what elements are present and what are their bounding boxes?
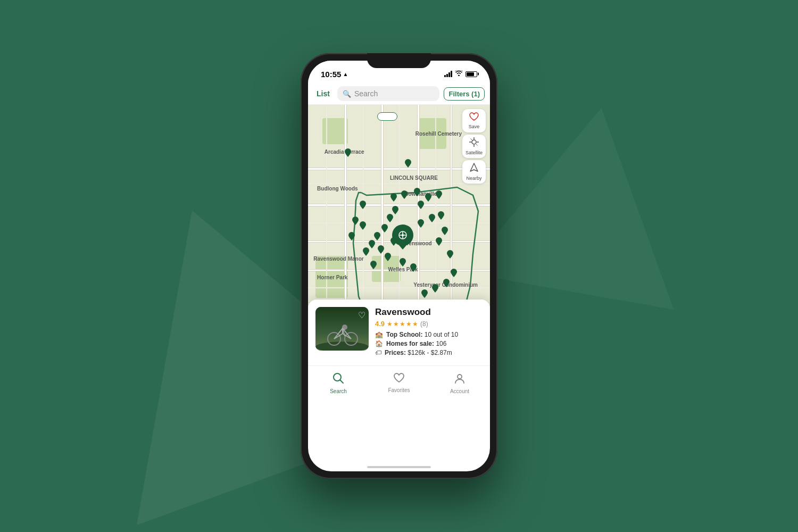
property-pin[interactable]	[451, 269, 457, 275]
property-pin[interactable]	[378, 245, 384, 252]
property-pin[interactable]	[387, 214, 393, 220]
search-glass-icon: 🔍	[343, 90, 351, 98]
nearby-button[interactable]: Nearby	[462, 160, 486, 184]
signal-bars-icon	[444, 71, 452, 77]
bottom-nav: Search Favorites Account	[308, 365, 490, 405]
star-rating: ★ ★ ★ ★ ★	[387, 320, 418, 328]
card-heart-icon[interactable]: ♡	[358, 310, 365, 320]
svg-line-15	[340, 380, 344, 384]
property-pin[interactable]	[421, 289, 428, 296]
park-area-horner	[315, 256, 348, 297]
svg-line-7	[471, 139, 472, 140]
save-label: Save	[469, 124, 480, 129]
neighborhood-card[interactable]: ♡ Ravenswood 4.9 ★ ★ ★ ★ ★ (8)	[308, 300, 490, 365]
property-pin[interactable]	[363, 247, 369, 254]
map-area[interactable]: Arcadia Terrace Budlong Woods Bowmanvill…	[308, 105, 490, 365]
nearby-icon	[470, 163, 478, 174]
screen: 10:55 ▲	[308, 61, 490, 471]
nav-item-account[interactable]: Account	[429, 370, 490, 396]
nav-item-search[interactable]: Search	[308, 370, 369, 396]
property-pin[interactable]	[418, 201, 424, 207]
wifi-icon	[455, 70, 463, 78]
favorites-nav-icon	[393, 372, 405, 386]
property-pin[interactable]	[370, 261, 377, 267]
price-icon: 🏷	[375, 349, 381, 356]
status-time: 10:55 ▲	[321, 70, 348, 79]
property-pin[interactable]	[443, 279, 450, 285]
property-pin[interactable]	[405, 159, 411, 165]
battery-icon	[466, 71, 477, 77]
school-text: Top School: 10 out of 10	[386, 331, 458, 338]
card-content: Ravenswood 4.9 ★ ★ ★ ★ ★ (8) 🏫	[375, 307, 483, 358]
map-controls: Save Satellite	[462, 109, 486, 184]
property-pin[interactable]	[400, 258, 406, 264]
search-nav-label: Search	[330, 388, 347, 394]
property-pin[interactable]	[438, 211, 444, 218]
property-pin[interactable]	[360, 221, 366, 228]
property-pin[interactable]	[390, 193, 397, 200]
phone-notch	[367, 53, 431, 68]
property-pin[interactable]	[401, 190, 408, 197]
property-pin[interactable]	[381, 224, 388, 230]
filters-button[interactable]: Filters (1)	[444, 87, 485, 101]
property-pin[interactable]	[348, 232, 355, 238]
property-pin[interactable]	[436, 190, 442, 197]
account-nav-label: Account	[450, 388, 469, 394]
property-pin[interactable]	[432, 284, 438, 290]
satellite-label: Satellite	[466, 150, 483, 155]
satellite-icon	[469, 137, 479, 149]
search-bar: List 🔍 Search Filters (1)	[308, 83, 490, 105]
status-icons	[444, 70, 477, 78]
school-icon: 🏫	[375, 331, 383, 338]
svg-point-16	[458, 375, 462, 379]
search-input[interactable]: Search	[354, 89, 378, 98]
search-nav-icon	[332, 372, 344, 387]
rating-number: 4.9	[375, 320, 385, 328]
property-pin[interactable]	[392, 206, 398, 212]
property-pin[interactable]	[425, 193, 431, 200]
svg-point-2	[472, 140, 476, 144]
account-nav-icon	[454, 372, 466, 387]
homes-icon: 🏠	[375, 340, 383, 347]
nav-item-favorites[interactable]: Favorites	[369, 370, 429, 396]
property-pin[interactable]	[429, 214, 435, 220]
svg-point-1	[402, 234, 404, 236]
location-arrow-icon: ▲	[343, 71, 348, 77]
card-homes-detail: 🏠 Homes for sale: 106	[375, 340, 483, 347]
property-pin[interactable]	[345, 148, 351, 155]
property-pin[interactable]	[447, 250, 453, 256]
svg-line-8	[476, 144, 478, 146]
home-indicator	[367, 466, 431, 468]
ravenswood-center-pin[interactable]	[392, 225, 413, 246]
property-pin[interactable]	[352, 217, 359, 223]
homes-text: Homes for sale: 106	[386, 340, 446, 347]
prices-text: Prices: $126k - $2.87m	[385, 349, 452, 356]
card-school-detail: 🏫 Top School: 10 out of 10	[375, 331, 483, 338]
satellite-button[interactable]: Satellite	[462, 135, 486, 158]
time-display: 10:55	[321, 70, 341, 79]
list-button[interactable]: List	[313, 87, 333, 100]
property-pin[interactable]	[414, 188, 420, 194]
property-pin[interactable]	[418, 219, 424, 226]
nearby-label: Nearby	[466, 176, 481, 181]
save-button[interactable]: Save	[462, 109, 486, 132]
property-pin[interactable]	[442, 227, 448, 233]
heart-icon	[469, 112, 479, 123]
property-pin[interactable]	[374, 232, 380, 238]
rating-count: (8)	[420, 320, 428, 328]
card-image: ♡	[315, 307, 369, 351]
search-input-wrap[interactable]: 🔍 Search	[337, 86, 440, 101]
property-pin[interactable]	[360, 201, 366, 207]
park-area-rosehill	[417, 118, 446, 149]
property-pin[interactable]	[436, 237, 442, 244]
property-pin[interactable]	[410, 263, 417, 270]
favorites-nav-label: Favorites	[388, 387, 410, 393]
property-pin[interactable]	[385, 253, 391, 259]
property-pin[interactable]	[369, 240, 375, 246]
phone-shell: 10:55 ▲	[301, 53, 497, 479]
card-title: Ravenswood	[375, 307, 483, 318]
card-rating: 4.9 ★ ★ ★ ★ ★ (8)	[375, 320, 483, 328]
card-prices-detail: 🏷 Prices: $126k - $2.87m	[375, 349, 483, 356]
remove-boundary-button[interactable]	[377, 112, 397, 121]
